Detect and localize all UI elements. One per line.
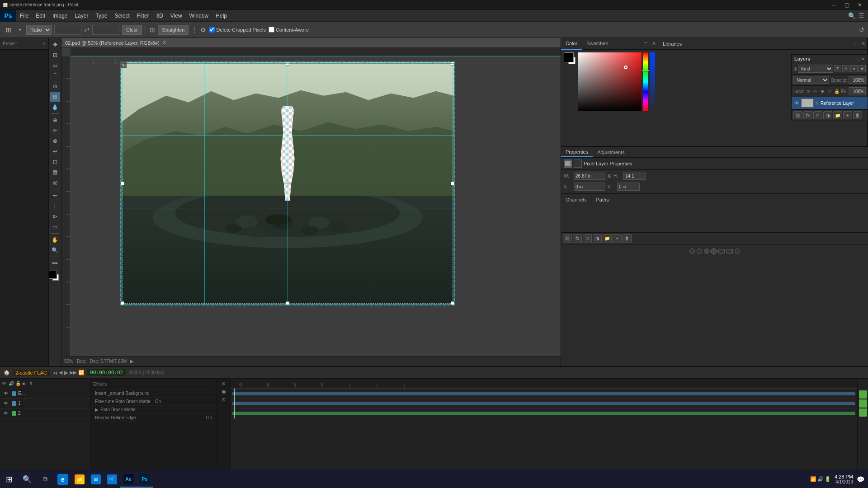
libraries-collapse[interactable]: ✕ — [859, 41, 867, 47]
kind-icon-4[interactable]: ✱ — [859, 65, 866, 72]
menu-help[interactable]: Help — [212, 10, 231, 22]
adjustments-tab[interactable]: Adjustments — [593, 147, 629, 157]
delete-cropped-checkbox[interactable] — [209, 27, 215, 33]
brush-tool[interactable]: ✏ — [50, 126, 60, 136]
ae-rb-1[interactable] — [859, 390, 867, 399]
lock-position-icon[interactable]: ✥ — [819, 88, 826, 95]
more-tools[interactable]: ••• — [50, 258, 60, 268]
alpha-strip[interactable] — [650, 52, 655, 111]
menu-edit[interactable]: Edit — [32, 10, 49, 22]
canvas-tab-close[interactable]: ✕ — [162, 40, 166, 46]
menu-window[interactable]: Window — [186, 10, 212, 22]
menu-select[interactable]: Select — [111, 10, 133, 22]
rect-btn-1[interactable] — [718, 249, 725, 253]
layers-expand-btn[interactable]: □ — [858, 56, 860, 61]
ae-prev-frame[interactable]: ◀ — [59, 370, 62, 375]
kind-select[interactable]: Kind — [798, 65, 833, 73]
ratio-w-input[interactable] — [54, 25, 81, 35]
maximize-btn[interactable]: ▢ — [840, 0, 853, 9]
hand-tool[interactable]: ✋ — [50, 235, 60, 245]
eyedropper-tool[interactable]: 💧 — [50, 102, 60, 112]
layer-item-reference[interactable]: 👁 ⛓ Reference Layer — [792, 97, 868, 109]
properties-tab[interactable]: Properties — [561, 147, 593, 157]
taskbar-ae[interactable]: Ae — [120, 471, 137, 488]
ae-vis-2[interactable]: 👁 — [4, 411, 10, 416]
lock-pixels-icon[interactable]: ✏ — [812, 88, 819, 95]
crop-options-icon[interactable]: ▾ — [16, 26, 24, 33]
effect-icon-2[interactable]: ◉ — [220, 388, 227, 395]
zoom-tool[interactable]: 🔍 — [50, 245, 60, 255]
delete-cropped-option[interactable]: Delete Cropped Pixels — [209, 27, 265, 33]
taskbar-mail[interactable]: ✉ — [88, 471, 104, 488]
eraser-tool[interactable]: ◻ — [50, 157, 60, 167]
kind-icon-1[interactable]: T — [834, 65, 841, 72]
channels-tab[interactable]: Channels — [561, 194, 591, 205]
menu-type[interactable]: Type — [92, 10, 111, 22]
ae-play-btn[interactable]: ▶ — [64, 369, 68, 376]
content-aware-checkbox[interactable] — [269, 27, 274, 33]
menu-image[interactable]: Image — [49, 10, 71, 22]
reset-crop-icon[interactable]: ↺ — [859, 26, 864, 33]
clone-stamp-tool[interactable]: ⊗ — [50, 136, 60, 146]
bottom-link-btn[interactable]: ⛓ — [563, 234, 572, 243]
kind-icon-3[interactable]: ♦ — [850, 65, 858, 72]
canvas-viewport[interactable]: ✛ ▲ — [61, 48, 561, 356]
shape-tool[interactable]: ▭ — [50, 222, 60, 232]
history-brush-tool[interactable]: ↩ — [50, 146, 60, 156]
blend-mode-select[interactable]: Normal — [793, 76, 829, 84]
notification-btn[interactable]: 💬 — [857, 476, 864, 483]
circle-btn-2[interactable] — [697, 249, 702, 254]
height-input[interactable] — [623, 172, 646, 180]
ae-close-icon[interactable]: ✕ — [42, 41, 46, 46]
lock-artboard-icon[interactable]: □ — [826, 88, 833, 95]
task-view-btn[interactable]: ⧉ — [36, 470, 54, 488]
crop-tool[interactable]: ⊞ — [50, 92, 60, 102]
path-tool[interactable]: ⊳ — [50, 211, 60, 221]
search-btn[interactable]: 🔍 — [848, 12, 856, 19]
color-gradient-box[interactable] — [578, 52, 642, 111]
effect-icon-3[interactable]: ⊙ — [220, 396, 227, 403]
foreground-swatch[interactable] — [564, 52, 574, 62]
options-btn[interactable]: ☰ — [859, 12, 864, 19]
lock-all-icon[interactable]: 🔒 — [834, 88, 840, 95]
healing-brush-tool[interactable]: ⊕ — [50, 115, 60, 125]
menu-layer[interactable]: Layer — [71, 10, 92, 22]
ae-vis-1[interactable]: 👁 — [4, 401, 10, 406]
x-input[interactable] — [574, 183, 605, 191]
ratio-select[interactable]: Ratio — [26, 25, 52, 35]
ae-vis-e[interactable]: 👁 — [4, 391, 10, 396]
minimize-btn[interactable]: ─ — [827, 0, 840, 9]
marquee-tool[interactable]: ▭ — [50, 61, 60, 70]
add-mask-btn[interactable]: □ — [813, 111, 822, 119]
lock-transparent-icon[interactable]: ⊡ — [805, 88, 811, 95]
libraries-tab[interactable]: Libraries — [658, 38, 686, 50]
ae-loop-btn[interactable]: 🔁 — [78, 370, 85, 375]
rect-btn-2[interactable] — [726, 249, 733, 253]
taskbar-edge[interactable]: e — [55, 471, 71, 488]
swatches-tab[interactable]: Swatches — [582, 38, 613, 50]
ae-skip-start[interactable]: ⏮ — [52, 370, 57, 375]
menu-filter[interactable]: Filter — [133, 10, 153, 22]
new-layer-btn[interactable]: + — [843, 111, 852, 119]
pan-up-btn[interactable]: ▲ — [120, 61, 127, 68]
doc-info-arrow[interactable]: ▶ — [130, 359, 134, 364]
paths-tab[interactable]: Paths — [591, 194, 613, 205]
bottom-new-btn[interactable]: + — [613, 234, 622, 243]
content-aware-option[interactable]: Content-Aware — [269, 27, 309, 33]
color-panel-menu[interactable]: ≡ — [641, 40, 650, 47]
swap-icon[interactable]: ⇄ — [84, 26, 90, 33]
artboard-tool[interactable]: ⊡ — [50, 50, 60, 60]
move-tool[interactable]: ✥ — [50, 40, 60, 50]
gradient-tool[interactable]: ▤ — [50, 167, 60, 177]
taskbar-explorer[interactable]: 📁 — [71, 471, 88, 488]
taskbar-store[interactable]: 🛒 — [104, 471, 120, 488]
opacity-input[interactable] — [849, 76, 866, 84]
add-adj-btn[interactable]: ◑ — [823, 111, 832, 119]
taskbar-ps[interactable]: Ps — [137, 471, 153, 488]
circle-btn-4[interactable] — [735, 249, 740, 254]
bottom-fx-btn[interactable]: fx — [573, 234, 582, 243]
layer-vis-icon[interactable]: 👁 — [793, 100, 800, 106]
ae-rb-2[interactable] — [859, 399, 867, 408]
pen-tool[interactable]: ✒ — [50, 191, 60, 201]
bottom-group-btn[interactable]: 📁 — [603, 234, 612, 243]
